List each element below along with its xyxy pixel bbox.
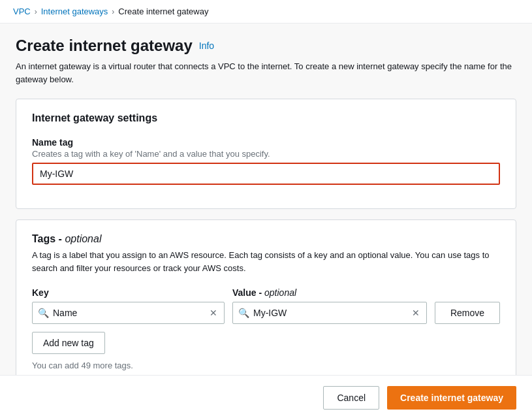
key-column-header: Key bbox=[32, 287, 225, 298]
breadcrumb: VPC › Internet gateways › Create interne… bbox=[0, 0, 532, 24]
value-input[interactable] bbox=[253, 308, 411, 318]
footer: Cancel Create internet gateway bbox=[0, 375, 532, 420]
page-title-row: Create internet gateway Info bbox=[16, 37, 516, 55]
name-tag-input[interactable] bbox=[32, 163, 500, 185]
add-new-tag-button[interactable]: Add new tag bbox=[32, 332, 105, 354]
value-input-wrap: 🔍 ✕ bbox=[232, 302, 427, 324]
value-column-header: Value - optional bbox=[232, 287, 427, 298]
tags-panel: Tags - optional A tag is a label that yo… bbox=[16, 219, 516, 384]
name-tag-field: Name tag Creates a tag with a key of 'Na… bbox=[32, 137, 500, 185]
key-clear-icon[interactable]: ✕ bbox=[208, 306, 219, 319]
key-search-icon: 🔍 bbox=[38, 308, 49, 318]
cancel-button[interactable]: Cancel bbox=[323, 386, 379, 410]
tags-panel-title: Tags - optional bbox=[32, 233, 500, 245]
tag-row: 🔍 ✕ 🔍 ✕ Remove bbox=[32, 302, 500, 324]
create-internet-gateway-button[interactable]: Create internet gateway bbox=[387, 386, 516, 410]
tags-description: A tag is a label that you assign to an A… bbox=[32, 249, 500, 274]
breadcrumb-vpc[interactable]: VPC bbox=[13, 7, 31, 16]
remove-tag-button[interactable]: Remove bbox=[435, 302, 500, 324]
key-input-wrap: 🔍 ✕ bbox=[32, 302, 225, 324]
breadcrumb-internet-gateways[interactable]: Internet gateways bbox=[41, 7, 108, 16]
tags-footer-note: You can add 49 more tags. bbox=[32, 361, 500, 370]
value-search-icon: 🔍 bbox=[238, 308, 249, 318]
page-description: An internet gateway is a virtual router … bbox=[16, 60, 516, 86]
key-input[interactable] bbox=[53, 308, 208, 318]
settings-panel-title: Internet gateway settings bbox=[32, 112, 500, 124]
page-title: Create internet gateway bbox=[16, 37, 193, 55]
name-tag-sublabel: Creates a tag with a key of 'Name' and a… bbox=[32, 149, 500, 159]
tags-header: Key Value - optional bbox=[32, 287, 500, 298]
settings-panel: Internet gateway settings Name tag Creat… bbox=[16, 99, 516, 209]
breadcrumb-sep-2: › bbox=[112, 7, 114, 16]
value-clear-icon[interactable]: ✕ bbox=[411, 306, 421, 319]
info-link[interactable]: Info bbox=[199, 40, 214, 51]
name-tag-label: Name tag bbox=[32, 137, 500, 148]
breadcrumb-current: Create internet gateway bbox=[118, 7, 208, 16]
breadcrumb-sep-1: › bbox=[35, 7, 37, 16]
